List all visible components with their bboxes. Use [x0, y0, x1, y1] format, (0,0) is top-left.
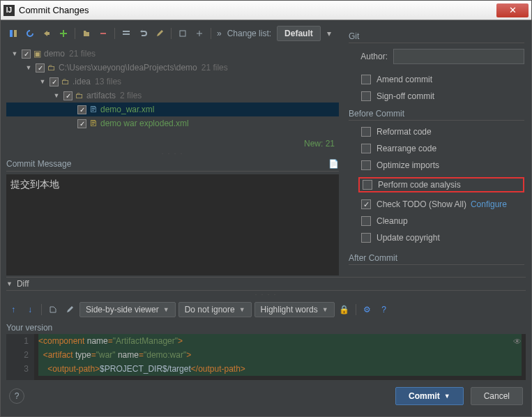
window-title: Commit Changes	[19, 5, 496, 15]
changes-tree: ▼ ✓ ▣ demo 21 files ▼ ✓ 🗀 C:\Users\xueyo…	[6, 45, 339, 137]
commit-message-input[interactable]	[6, 174, 339, 275]
settings-icon[interactable]: ⚙	[360, 303, 374, 317]
delete-icon[interactable]	[96, 26, 110, 40]
after-commit-section-label: After Commit	[349, 252, 524, 265]
close-button[interactable]: ✕	[496, 3, 529, 17]
optimize-label: Optimize imports	[377, 160, 439, 170]
amend-label: Amend commit	[377, 75, 432, 84]
tree-node-count: 21 files	[202, 63, 228, 73]
tree-node-label[interactable]: artifacts	[86, 91, 116, 100]
diff-section-label: Diff	[17, 279, 29, 289]
eye-icon[interactable]: 👁	[513, 337, 522, 347]
checkbox[interactable]: ✓	[77, 105, 86, 114]
prev-diff-icon[interactable]: ↑	[6, 303, 20, 317]
show-diff-icon[interactable]	[6, 26, 20, 40]
svg-rect-1	[14, 30, 17, 37]
cleanup-label: Cleanup	[377, 216, 408, 226]
folder-icon: 🗀	[75, 91, 84, 100]
optimize-checkbox[interactable]	[361, 160, 371, 170]
rearrange-label: Rearrange code	[377, 144, 436, 153]
help-button[interactable]: ?	[9, 388, 24, 404]
edit-source-icon[interactable]	[63, 303, 77, 317]
splitter-handle[interactable]: · · · ·	[6, 291, 526, 298]
tree-node-count: 21 files	[69, 49, 96, 59]
viewer-mode-dropdown[interactable]: Side-by-side viewer▼	[79, 302, 176, 317]
svg-rect-3	[60, 33, 67, 34]
signoff-checkbox[interactable]	[361, 91, 371, 101]
copyright-checkbox[interactable]	[361, 233, 371, 243]
move-icon[interactable]	[79, 26, 93, 40]
group-icon[interactable]	[119, 26, 133, 40]
edit-icon[interactable]	[153, 26, 167, 40]
tree-toggle[interactable]: ▼	[38, 78, 47, 85]
refresh-icon[interactable]	[23, 26, 37, 40]
reformat-checkbox[interactable]	[361, 127, 371, 137]
commit-message-label: Commit Message	[6, 159, 71, 169]
highlight-dropdown[interactable]: Highlight words▼	[254, 302, 335, 317]
checkbox[interactable]: ✓	[50, 77, 59, 86]
amend-checkbox[interactable]	[361, 75, 371, 84]
analysis-checkbox[interactable]	[363, 180, 372, 190]
tree-node-count: 2 files	[120, 91, 142, 100]
tree-toggle[interactable]: ▼	[52, 92, 61, 99]
tree-toggle[interactable]: ▼	[24, 64, 33, 71]
svg-rect-4	[100, 33, 106, 34]
checkbox[interactable]: ✓	[77, 119, 86, 128]
help-icon[interactable]: ?	[377, 303, 391, 317]
lock-icon[interactable]: 🔒	[337, 303, 351, 317]
tree-node-label[interactable]: demo	[44, 49, 65, 59]
commit-button[interactable]: Commit▼	[395, 387, 464, 405]
checkbox[interactable]: ✓	[63, 91, 73, 100]
tree-file-label[interactable]: demo_war.xml	[100, 105, 154, 114]
copyright-label: Update copyright	[377, 233, 440, 243]
changelist-button[interactable]: Default	[277, 26, 321, 41]
new-changelist-icon[interactable]	[56, 26, 70, 40]
tree-toggle[interactable]: ▼	[10, 50, 19, 57]
tree-node-label[interactable]: C:\Users\xueyong\IdeaProjects\demo	[59, 63, 197, 73]
version-label: Your version	[6, 321, 526, 334]
history-icon[interactable]: 📄	[328, 158, 339, 169]
svg-rect-5	[123, 31, 130, 32]
todo-configure-link[interactable]: Configure	[471, 199, 507, 209]
module-icon: ▣	[33, 49, 41, 59]
collapse-icon[interactable]	[192, 26, 206, 40]
changes-toolbar: » Change list: Default ▾	[6, 24, 339, 45]
changelist-dropdown-icon[interactable]: ▾	[324, 29, 335, 38]
checkbox[interactable]: ✓	[22, 50, 31, 59]
tree-node-count: 13 files	[95, 77, 121, 86]
next-diff-icon[interactable]: ↓	[23, 303, 37, 317]
checkbox[interactable]: ✓	[36, 63, 45, 73]
todo-checkbox[interactable]: ✓	[361, 199, 371, 209]
jump-icon[interactable]	[46, 303, 60, 317]
author-input[interactable]	[393, 49, 524, 64]
file-icon: 🖹	[89, 119, 98, 128]
undo-icon[interactable]	[136, 26, 150, 40]
reformat-label: Reformat code	[377, 127, 432, 137]
before-commit-section-label: Before Commit	[349, 107, 524, 121]
git-section-label: Git	[349, 30, 524, 43]
folder-icon: 🗀	[61, 77, 70, 86]
svg-rect-0	[10, 30, 13, 37]
svg-rect-7	[180, 31, 185, 36]
folder-icon: 🗀	[47, 63, 56, 73]
rollback-icon[interactable]	[40, 26, 54, 40]
tree-node-label[interactable]: .idea	[73, 77, 91, 86]
cleanup-checkbox[interactable]	[361, 216, 371, 226]
diff-toggle[interactable]: ▼	[6, 280, 13, 287]
todo-label: Check TODO (Show All)	[377, 199, 466, 209]
analysis-label: Perform code analysis	[378, 180, 461, 190]
changelist-label: Change list:	[227, 29, 271, 38]
splitter-handle[interactable]: · · · ·	[6, 150, 339, 157]
file-icon: 🖹	[89, 105, 98, 114]
diff-code-viewer[interactable]: 123 <component name="ArtifactManager"> <…	[6, 334, 526, 380]
author-label: Author:	[349, 52, 388, 61]
ignore-dropdown[interactable]: Do not ignore▼	[178, 302, 252, 317]
expand-icon[interactable]	[176, 26, 190, 40]
new-files-count: New: 21	[6, 137, 339, 150]
signoff-label: Sign-off commit	[377, 91, 434, 101]
cancel-button[interactable]: Cancel	[471, 387, 523, 405]
rearrange-checkbox[interactable]	[361, 144, 371, 153]
svg-rect-6	[123, 33, 130, 35]
tree-file-label[interactable]: demo war exploded.xml	[100, 119, 189, 128]
app-icon: IJ	[3, 5, 15, 16]
